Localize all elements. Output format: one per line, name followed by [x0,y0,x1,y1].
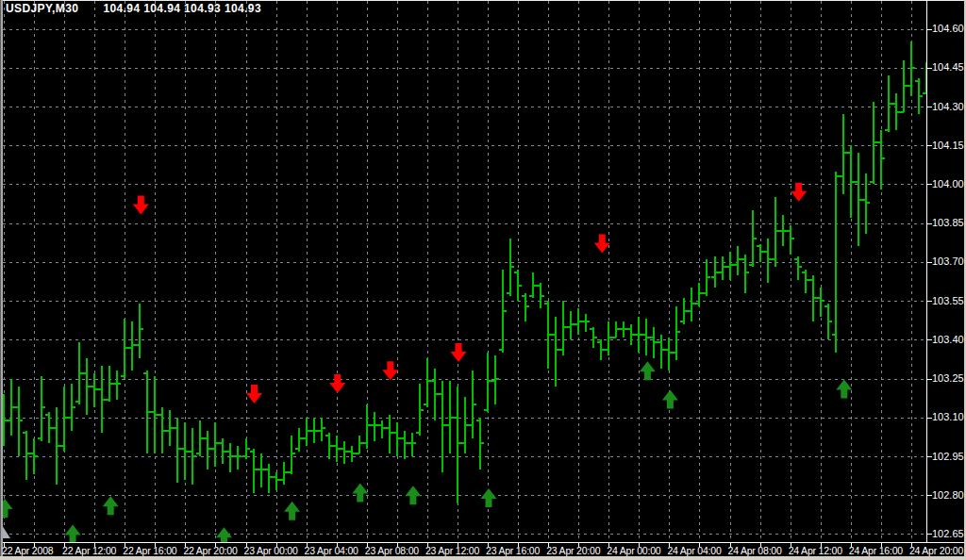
ohlc-bar [386,415,393,453]
ohlc-bar [635,317,642,354]
chart-surface[interactable] [0,0,966,560]
ohlc-bar [552,317,559,387]
ohlc-bar [242,438,250,459]
ohlc-bar [719,256,726,280]
ohlc-bar [288,436,295,474]
ohlc-bar [8,379,15,436]
ohlc-bar [38,376,45,441]
ohlc-bar [832,172,840,353]
ohlc-bar [204,431,211,469]
ohlc-bar [75,342,83,404]
time-axis-label: 24 Apr 04:00 [667,545,721,556]
ohlc-bar [567,311,575,339]
ohlc-bar [295,428,303,452]
price-axis-label: 103.25 [932,372,965,384]
axis-lines [0,0,964,547]
ohlc-bar [446,381,454,453]
ohlc-bar [166,410,174,446]
sell-signal-arrow-icon[interactable] [382,361,398,380]
ohlc-bar [726,252,734,280]
buy-signal-arrow-icon[interactable] [284,502,300,520]
sell-signal-arrow-icon[interactable] [791,183,807,202]
ohlc-bar [136,304,143,358]
ohlc-bar [620,321,627,338]
ohlc-bar [734,246,741,274]
buy-signal-arrow-icon[interactable] [405,486,421,504]
ohlc-bar [318,418,325,441]
ohlc-bar [802,270,809,293]
ohlc-bar [439,381,446,471]
ohlc-bar [91,373,98,407]
ohlc-bar [174,418,181,483]
ohlc-bar [703,259,710,296]
ohlc-bar [378,420,386,438]
buy-signal-arrow-icon[interactable] [216,527,232,546]
price-axis-label: 103.10 [932,411,965,422]
ohlc-bar [363,404,371,449]
grid-layer [3,1,926,542]
ohlc-bar [862,173,870,233]
ohlc-bar [772,197,779,267]
time-axis-label: 24 Apr 00:00 [607,545,660,556]
ohlc-bar [196,420,204,456]
ohlc-bar [522,293,529,321]
buy-signal-arrow-icon[interactable] [481,488,497,507]
window-frame-left [0,0,3,560]
ohlc-bar [537,283,544,309]
sell-signal-arrow-icon[interactable] [246,385,262,404]
sell-signal-arrow-icon[interactable] [451,343,467,362]
ohlc-bar [348,446,356,462]
ohlc-bar [60,387,68,452]
buy-signal-arrow-icon[interactable] [103,496,119,515]
time-axis-label: 22 Apr 20:00 [183,545,237,556]
ohlc-bar [325,433,333,459]
ohlc-bar [128,321,136,371]
ohlc-bar [113,371,121,399]
ohlc-bar [582,314,590,332]
ohlc-bar [612,321,620,338]
sell-signal-arrow-icon[interactable] [133,195,149,214]
ohlc-bar [824,304,832,339]
buy-signal-arrow-icon[interactable] [352,484,368,502]
buy-signal-arrow-icon[interactable] [662,390,678,409]
ohlc-bar [915,78,923,115]
price-axis-label: 103.70 [932,255,965,267]
ohlc-bar [900,60,908,112]
ohlc-bar [877,130,885,189]
chart-title: USDJPY,M30104.94 104.94 104.93 104.93 [6,2,261,15]
ohlc-bar [529,272,537,299]
ohlc-bar [258,453,265,487]
ohlc-bar [590,327,597,348]
ohlc-bar [908,41,915,96]
corner-triangle-icon [2,525,10,538]
price-axis-label: 102.65 [932,528,965,539]
buy-signal-arrow-icon[interactable] [65,525,81,544]
ohlc-bar [143,371,151,453]
ohlc-bar [575,308,582,334]
buy-signal-arrow-icon[interactable] [640,361,656,380]
price-axis-label: 103.55 [932,295,965,306]
ohlc-bar [158,407,166,454]
ohlc-bar [431,369,439,420]
ohlc-bar [673,306,680,361]
ohlc-bar [605,321,612,355]
ohlc-bar [461,397,469,454]
ohlc-bar [665,338,673,371]
ohlc-bar [711,256,719,288]
ohlc-bar [356,436,363,453]
time-axis-label: 23 Apr 00:00 [244,545,298,556]
ohlc-bar [333,436,341,462]
sell-signal-arrow-icon[interactable] [594,235,610,254]
price-axis-label: 103.85 [932,217,965,228]
ohlc-bar [484,353,491,412]
buy-signal-arrow-icon[interactable] [836,380,852,399]
sell-signal-arrow-icon[interactable] [329,374,345,393]
ohlc-bar [310,418,318,444]
ohlc-bar [23,431,30,480]
ohlc-bar [544,301,552,369]
ohlc-bar [757,244,764,262]
ohlc-bar [234,446,242,469]
ohlc-bar [741,255,749,293]
ohlc-bar [597,339,605,360]
price-axis-label: 104.15 [932,140,965,151]
